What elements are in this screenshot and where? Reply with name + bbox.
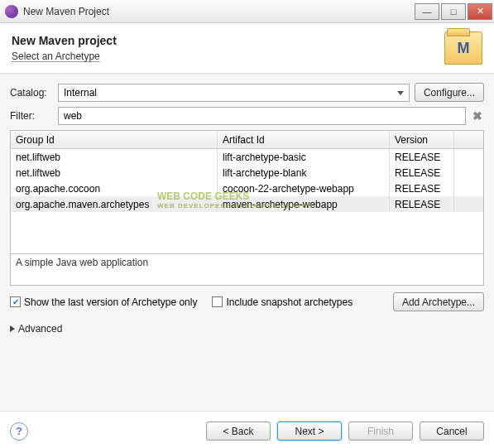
window-title: New Maven Project	[23, 6, 415, 17]
advanced-toggle[interactable]: Advanced	[10, 323, 484, 335]
maximize-button[interactable]: □	[441, 3, 466, 20]
cell-version: RELEASE	[390, 196, 454, 212]
archetype-table[interactable]: Group Id Artifact Id Version net.liftweb…	[10, 130, 484, 254]
minimize-button[interactable]: —	[415, 3, 439, 20]
add-archetype-button[interactable]: Add Archetype...	[393, 292, 484, 311]
col-version[interactable]: Version	[390, 131, 454, 148]
table-header: Group Id Artifact Id Version	[11, 131, 483, 149]
cell-group-id: org.apache.cocoon	[11, 181, 218, 196]
show-last-label: Show the last version of Archetype only	[24, 296, 197, 308]
table-row[interactable]: org.apache.maven.archetypesmaven-archety…	[11, 196, 483, 212]
cell-version: RELEASE	[390, 181, 454, 196]
col-artifact-id[interactable]: Artifact Id	[218, 131, 390, 148]
next-button[interactable]: Next >	[277, 422, 342, 441]
page-title: New Maven project	[12, 34, 117, 47]
cell-artifact-id: maven-archetype-webapp	[218, 196, 390, 212]
catalog-value: Internal	[64, 87, 97, 99]
catalog-label: Catalog:	[10, 87, 53, 99]
wizard-footer: ? < Back Next > Finish Cancel	[0, 411, 494, 448]
col-group-id[interactable]: Group Id	[11, 131, 218, 148]
advanced-label: Advanced	[18, 323, 62, 335]
cell-artifact-id: lift-archetype-basic	[218, 149, 390, 165]
wizard-header: New Maven project Select an Archetype M	[0, 23, 494, 74]
checkbox-icon	[10, 296, 21, 307]
show-last-version-checkbox[interactable]: Show the last version of Archetype only	[10, 296, 197, 308]
help-icon[interactable]: ?	[10, 422, 28, 441]
page-subtitle: Select an Archetype	[12, 51, 117, 62]
cell-artifact-id: cocoon-22-archetype-webapp	[218, 181, 390, 196]
maven-icon: M	[444, 31, 482, 65]
filter-input[interactable]	[58, 107, 466, 125]
close-button[interactable]: ✕	[468, 3, 492, 20]
checkbox-icon	[212, 296, 223, 307]
cell-version: RELEASE	[390, 165, 454, 181]
finish-button: Finish	[348, 422, 413, 441]
eclipse-icon	[5, 5, 18, 18]
back-button[interactable]: < Back	[206, 422, 271, 441]
table-body: net.liftweblift-archetype-basicRELEASEne…	[11, 149, 483, 254]
filter-label: Filter:	[10, 110, 53, 122]
window-titlebar[interactable]: New Maven Project — □ ✕	[0, 0, 494, 23]
cell-group-id: net.liftweb	[11, 149, 218, 165]
catalog-combo[interactable]: Internal	[58, 84, 410, 102]
configure-button[interactable]: Configure...	[415, 83, 484, 102]
clear-filter-icon[interactable]: ✖	[471, 109, 484, 123]
table-row[interactable]: net.liftweblift-archetype-basicRELEASE	[11, 149, 483, 165]
cell-version: RELEASE	[390, 149, 454, 165]
cell-group-id: org.apache.maven.archetypes	[11, 196, 218, 212]
cancel-button[interactable]: Cancel	[420, 422, 484, 441]
include-snapshot-label: Include snapshot archetypes	[226, 296, 353, 308]
chevron-right-icon	[10, 325, 15, 332]
include-snapshot-checkbox[interactable]: Include snapshot archetypes	[212, 296, 353, 308]
archetype-description: A simple Java web application	[10, 254, 484, 286]
cell-group-id: net.liftweb	[11, 165, 218, 181]
content-area: Catalog: Internal Configure... Filter: ✖…	[0, 74, 494, 411]
cell-artifact-id: lift-archetype-blank	[218, 165, 390, 181]
table-row[interactable]: org.apache.cocooncocoon-22-archetype-web…	[11, 181, 483, 196]
table-row[interactable]: net.liftweblift-archetype-blankRELEASE	[11, 165, 483, 181]
